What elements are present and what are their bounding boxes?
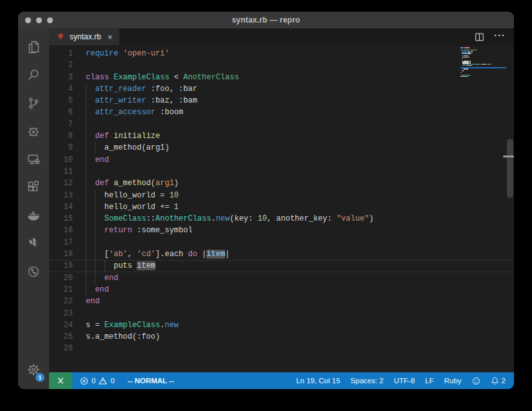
scrollbar-thumb[interactable] [507,139,513,198]
vim-mode-indicator[interactable]: -- NORMAL -- [128,377,174,385]
line-number: 16 [49,225,73,236]
line-content: s.a_method(:foo) [86,331,160,343]
editor[interactable]: 1require 'open-uri'23class ExampleClass … [49,45,514,372]
gitlens-icon [26,264,41,279]
minimap-current-line-marker [460,67,506,68]
code-line-18[interactable]: 18 ['ab', 'cd'].each do |item| [49,248,514,260]
minimap[interactable] [460,47,506,78]
code-line-3[interactable]: 3class ExampleClass < AnotherClass [49,72,514,83]
indent-guide [86,130,86,142]
problems-indicator[interactable]: 0 0 [80,377,115,385]
traffic-lights [25,12,53,28]
code-line-21[interactable]: 21 end [49,284,514,296]
code-line-14[interactable]: 14 hello_world += 1 [49,201,514,213]
line-content: return :some_symbol [86,225,193,236]
activity-bar-item-docker[interactable] [18,201,49,230]
code-line-2[interactable]: 2 [49,59,514,71]
smiley-icon [472,377,480,385]
zoom-window-button[interactable] [47,17,53,23]
code-line-9[interactable]: 9 a_method(arg1) [49,142,514,154]
indent-guide [86,95,86,106]
code-line-23[interactable]: 23 [49,308,514,319]
activity-bar-item-remote-explorer[interactable] [18,145,49,174]
close-window-button[interactable] [25,17,31,23]
window-title: syntax.rb — repro [18,15,514,25]
code-line-7[interactable]: 7 [49,119,514,130]
activity-bar-item-source-control[interactable] [18,89,49,117]
indent-guide [86,260,86,272]
code-line-20[interactable]: 20 end [49,272,514,284]
line-number: 19 [49,260,73,272]
line-number: 2 [49,59,73,71]
line-number: 23 [49,308,73,319]
code-line-15[interactable]: 15 SomeClass::AnotherClass.new(key: 10, … [49,213,514,225]
code-line-8[interactable]: 8 def initialize [49,130,514,142]
line-content: attr_accessor :boom [86,106,183,118]
tab-syntax-rb[interactable]: syntax.rb × [49,28,119,45]
activity-bar-item-debug[interactable] [18,117,49,146]
line-number: 10 [49,154,73,166]
code-line-4[interactable]: 4 attr_reader :foo, :bar [49,83,514,95]
code-line-12[interactable]: 12 def a_method(arg1) [49,177,514,189]
line-content: hello_world += 1 [86,201,179,213]
warning-count: 0 [110,377,114,385]
indentation-setting[interactable]: Spaces: 2 [351,377,384,385]
indent-guide [86,106,86,118]
desktop-background: syntax.rb — repro [0,0,532,411]
indent-guide [86,272,86,284]
line-content: end [86,272,118,284]
code-line-13[interactable]: 13 hello_world = 10 [49,190,514,201]
code-line-26[interactable]: 26 [49,343,514,354]
activity-bar: 1 [18,28,49,389]
line-content: end [86,154,109,166]
code-line-19[interactable]: 19 puts item [49,260,514,272]
line-number: 26 [49,343,73,354]
code-line-1[interactable]: 1require 'open-uri' [49,48,514,59]
indent-guide [95,248,95,260]
error-icon [80,377,88,385]
line-number: 18 [49,248,73,260]
tab-close-icon[interactable]: × [108,33,113,41]
activity-bar-item-explorer[interactable] [18,33,49,61]
code-line-6[interactable]: 6 attr_accessor :boom [49,106,514,118]
line-content: class ExampleClass < AnotherClass [86,72,239,83]
editor-actions: ··· [475,28,514,45]
language-mode[interactable]: Ruby [444,377,462,385]
line-number: 17 [49,237,73,248]
cursor-position[interactable]: Ln 19, Col 15 [296,377,340,385]
line-number: 5 [49,95,73,106]
indent-guide [86,83,86,95]
code-line-17[interactable]: 17 [49,237,514,248]
eol-setting[interactable]: LF [425,377,433,385]
notifications-button[interactable]: 2 [491,377,506,385]
code-line-25[interactable]: 25s.a_method(:foo) [49,331,514,343]
line-content: hello_world = 10 [86,190,179,201]
line-content: s = ExampleClass.new [86,319,179,331]
line-number: 3 [49,72,73,83]
activity-bar-item-search[interactable] [18,61,49,90]
line-content: def a_method(arg1) [86,177,179,189]
code-line-10[interactable]: 10 end [49,154,514,166]
line-number: 21 [49,284,73,296]
code-line-16[interactable]: 16 return :some_symbol [49,225,514,236]
search-icon [26,67,41,83]
split-editor-icon[interactable] [475,32,484,42]
activity-bar-item-terraform[interactable] [18,230,49,258]
line-number: 6 [49,106,73,118]
line-number: 11 [49,166,73,177]
remote-indicator[interactable] [49,372,72,389]
overview-ruler-cursor-marker [503,155,514,157]
encoding-setting[interactable]: UTF-8 [394,377,415,385]
feedback-button[interactable] [472,377,480,385]
code-line-24[interactable]: 24s = ExampleClass.new [49,319,514,331]
activity-bar-item-settings[interactable]: 1 [18,356,49,385]
debug-icon [26,123,41,139]
minimize-window-button[interactable] [36,17,42,23]
code-line-11[interactable]: 11 [49,166,514,177]
activity-bar-item-extensions[interactable] [18,174,49,202]
status-bar: 0 0 -- NORMAL -- Ln 19, Col 15 Spaces: 2… [49,372,514,389]
code-line-5[interactable]: 5 attr_writer :baz, :bam [49,95,514,106]
line-content: def initialize [86,130,160,142]
activity-bar-item-gitlens[interactable] [18,257,49,286]
code-line-22[interactable]: 22end [49,296,514,307]
